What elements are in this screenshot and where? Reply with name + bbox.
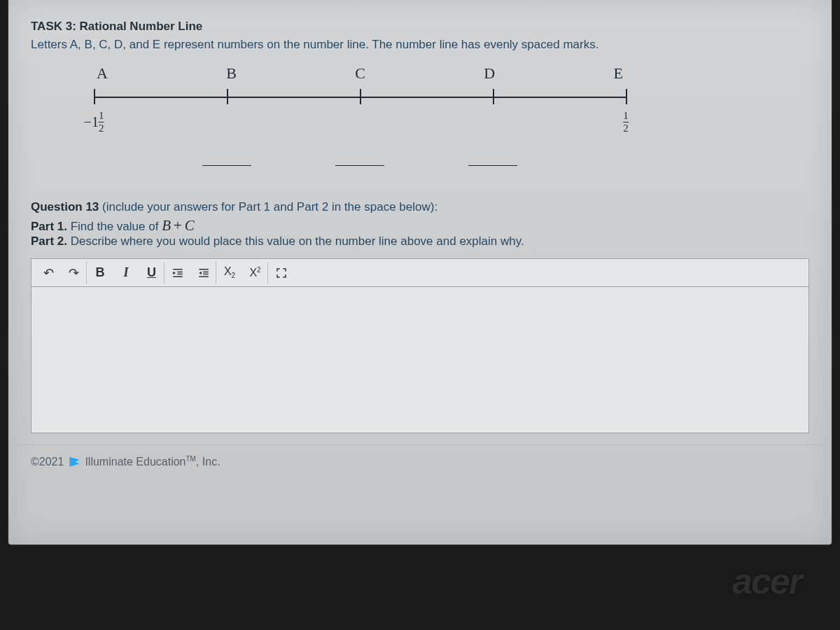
- undo-button[interactable]: ↶: [36, 262, 61, 284]
- company-flag-icon: [69, 457, 79, 467]
- expand-icon: [275, 267, 288, 279]
- outdent-button[interactable]: [191, 262, 216, 284]
- tick-d: [493, 89, 494, 104]
- letter-b: B: [226, 64, 237, 83]
- answer-editor: ↶ ↷ B I U: [31, 258, 809, 433]
- blank-d: [468, 165, 517, 166]
- bold-icon: B: [96, 265, 105, 280]
- part2-label: Part 2.: [31, 234, 67, 248]
- number-line: [94, 87, 626, 108]
- indent-button[interactable]: [165, 262, 190, 284]
- math-expression: B+C: [162, 217, 195, 234]
- subscript-button[interactable]: X2: [217, 262, 242, 284]
- letter-e: E: [614, 64, 623, 83]
- editor-toolbar: ↶ ↷ B I U: [31, 259, 808, 287]
- value-a: −1 1 2: [84, 111, 104, 134]
- part1-label: Part 1.: [31, 220, 67, 233]
- question-part1: Part 1. Find the value of B+C: [31, 217, 809, 234]
- superscript-button[interactable]: X2: [243, 262, 268, 284]
- copyright-year: ©2021: [31, 456, 64, 468]
- device-photo: TASK 3: Rational Number Line Letters A, …: [0, 0, 840, 630]
- value-e-denominator: 2: [623, 123, 629, 134]
- tick-e: [626, 89, 627, 104]
- content-area: TASK 3: Rational Number Line Letters A, …: [8, 0, 832, 440]
- italic-button[interactable]: I: [113, 262, 139, 284]
- redo-icon: ↷: [69, 265, 79, 281]
- tick-a: [94, 89, 95, 104]
- value-a-whole: −1: [84, 114, 99, 130]
- number-line-values: −1 1 2 1 2: [94, 111, 626, 146]
- question-part2: Part 2. Describe where you would place t…: [31, 234, 809, 248]
- math-lhs: B: [162, 217, 171, 234]
- value-a-numerator: 1: [99, 111, 104, 121]
- italic-icon: I: [123, 265, 128, 280]
- question-block: Question 13 (include your answers for Pa…: [31, 200, 809, 248]
- task-description: Letters A, B, C, D, and E represent numb…: [31, 38, 809, 52]
- blank-c: [335, 165, 384, 166]
- task-title: TASK 3: Rational Number Line: [31, 20, 809, 34]
- superscript-icon: X2: [249, 266, 260, 279]
- device-brand-logo: acer: [732, 560, 802, 602]
- question-number: Question 13: [31, 200, 99, 214]
- tick-c: [360, 89, 361, 104]
- bold-button[interactable]: B: [88, 262, 113, 284]
- outdent-icon: [197, 267, 210, 279]
- blank-b: [202, 165, 251, 166]
- letter-d: D: [484, 64, 495, 83]
- screen-area: TASK 3: Rational Number Line Letters A, …: [7, 0, 833, 546]
- question-header: Question 13 (include your answers for Pa…: [31, 200, 809, 214]
- tick-b: [227, 89, 228, 104]
- underline-button[interactable]: U: [139, 262, 164, 284]
- undo-icon: ↶: [43, 265, 54, 281]
- number-line-figure: A B C D E −1 1: [94, 64, 626, 179]
- letter-a: A: [97, 64, 108, 83]
- redo-button[interactable]: ↷: [62, 262, 87, 284]
- value-e: 1 2: [623, 111, 629, 134]
- value-e-numerator: 1: [623, 111, 629, 121]
- part1-prefix: Find the value of: [67, 220, 162, 233]
- page-footer: ©2021 Illuminate EducationTM, Inc.: [8, 444, 832, 478]
- subscript-icon: X2: [224, 265, 235, 279]
- number-line-letters: A B C D E: [94, 64, 626, 83]
- letter-c: C: [355, 64, 365, 83]
- part2-text: Describe where you would place this valu…: [67, 234, 524, 248]
- question-header-rest: (include your answers for Part 1 and Par…: [99, 200, 438, 214]
- math-op: +: [174, 217, 182, 234]
- company-name: Illuminate EducationTM, Inc.: [85, 455, 220, 468]
- value-a-denominator: 2: [99, 123, 104, 134]
- answer-textarea[interactable]: [31, 287, 808, 433]
- indent-icon: [172, 267, 184, 279]
- blank-labels-row: [94, 165, 626, 179]
- fullscreen-button[interactable]: [269, 262, 294, 284]
- underline-icon: U: [147, 265, 156, 280]
- math-rhs: C: [185, 217, 195, 234]
